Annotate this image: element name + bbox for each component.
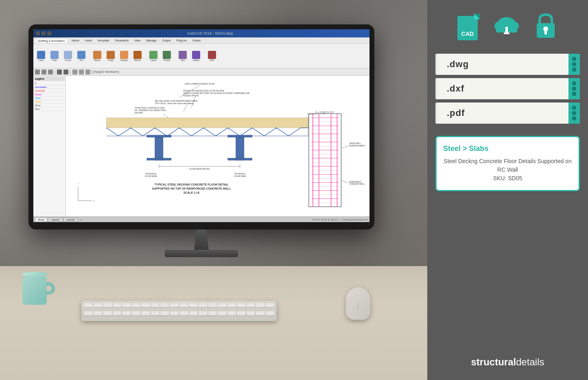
tab-add[interactable]: + bbox=[79, 218, 83, 221]
svg-rect-19 bbox=[236, 136, 244, 160]
cad-main-area: Layers 0 Annotation Concrete Rebar Steel… bbox=[33, 76, 369, 216]
brand-light: details bbox=[516, 356, 544, 367]
cad-file-icon: CAD bbox=[457, 14, 480, 40]
svg-text:150 X 150 20 - 20mm clear abov: 150 X 150 20 - 20mm clear above steel de… bbox=[155, 103, 194, 105]
command-text: Command: bbox=[35, 224, 49, 225]
dxf-label: .dxf bbox=[439, 83, 568, 94]
monitor: AutoCAD 2019 - 50010.dwg Drafting & Anno… bbox=[28, 24, 374, 257]
dwg-format-button[interactable]: .dwg bbox=[435, 54, 580, 75]
auto-save-text: Automatic save to C:\Users\User\AppData\… bbox=[53, 225, 159, 225]
svg-text:REINFORCED: REINFORCED bbox=[349, 181, 361, 183]
cad-file-icon-group: CAD bbox=[457, 14, 480, 40]
svg-text:SCALE 1:10: SCALE 1:10 bbox=[184, 191, 200, 194]
ribbon-tab-home[interactable]: Home bbox=[70, 38, 81, 43]
format-list: .dwg .dxf .pdf bbox=[435, 54, 580, 124]
left-panel: AutoCAD 2019 - 50010.dwg Drafting & Anno… bbox=[0, 0, 427, 380]
tab-model[interactable]: Model bbox=[35, 218, 47, 222]
ribbon-tab-output[interactable]: Output bbox=[161, 38, 173, 43]
win-minimize bbox=[36, 31, 40, 35]
cad-window-title: AutoCAD 2019 - 50010.dwg bbox=[53, 31, 367, 35]
tab-layout1[interactable]: Layout1 bbox=[48, 218, 62, 222]
layers-header: Layers bbox=[34, 76, 65, 81]
svg-text:HK: THICKNESS From ABOVE STEEL: HK: THICKNESS From ABOVE STEEL bbox=[135, 109, 166, 111]
svg-rect-14 bbox=[106, 118, 308, 128]
cad-scale: Drafting & Precision ▼ bbox=[343, 218, 368, 221]
monitor-screen: AutoCAD 2019 - 50010.dwg Drafting & Anno… bbox=[33, 29, 369, 225]
svg-text:BRC ANTI-CRACK SLAB REINFORCEM: BRC ANTI-CRACK SLAB REINFORCEMENT MESH bbox=[155, 100, 198, 102]
svg-text:CONCRETE WALL: CONCRETE WALL bbox=[349, 183, 365, 185]
info-desc-text: Steel Deckng Concrete Floor Details Supp… bbox=[444, 158, 571, 173]
cad-file-body: CAD bbox=[457, 16, 478, 40]
ribbon-tab-annotate[interactable]: Annotate bbox=[96, 38, 111, 43]
ribbon-tab-parametric[interactable]: Parametric bbox=[113, 38, 130, 43]
binder-ring bbox=[572, 116, 576, 120]
svg-text:TYPICAL STEEL DECKING CONCRETE: TYPICAL STEEL DECKING CONCRETE FLOOR DET… bbox=[155, 183, 229, 186]
svg-text:PROFILE & SIDING BOTTOMS CALCU: PROFILE & SIDING BOTTOMS CALCULATING & S… bbox=[183, 92, 250, 94]
cad-layers-panel: Layers 0 Annotation Concrete Rebar Steel… bbox=[33, 76, 66, 216]
svg-text:STRUCTURAL CONCRETE FLOOR: STRUCTURAL CONCRETE FLOOR bbox=[135, 107, 165, 109]
right-panel: CAD bbox=[427, 0, 588, 380]
mug-top bbox=[22, 272, 48, 276]
coffee-mug bbox=[22, 272, 51, 305]
layer-item: Rebar bbox=[34, 93, 65, 96]
monitor-bezel: AutoCAD 2019 - 50010.dwg Drafting & Anno… bbox=[28, 24, 374, 229]
layer-item: Steel bbox=[34, 96, 65, 100]
monitor-base bbox=[165, 250, 238, 257]
pdf-label: .pdf bbox=[439, 108, 568, 118]
ribbon-tab-plugins[interactable]: Plug-ins bbox=[175, 38, 188, 43]
win-close bbox=[47, 31, 51, 35]
brand-footer: structuraldetails bbox=[471, 356, 544, 368]
svg-rect-17 bbox=[147, 135, 171, 137]
dxf-format-button[interactable]: .dxf bbox=[435, 78, 580, 99]
svg-text:SUPPORTED ON TOP OF REINFORCED: SUPPORTED ON TOP OF REINFORCED CONCRETE … bbox=[152, 187, 231, 190]
binder-ring bbox=[572, 62, 576, 66]
ribbon-tab-active[interactable]: Drafting & Annotation bbox=[35, 38, 68, 43]
ribbon-tab-manage[interactable]: Manage bbox=[144, 38, 158, 43]
cad-icon-label: CAD bbox=[461, 31, 474, 37]
cad-drawing-area: LOW CARBON SHEAR STUD PROFILE ON HANGER … bbox=[66, 76, 369, 216]
win-maximize bbox=[42, 31, 46, 35]
svg-text:SHEAR WALL: SHEAR WALL bbox=[349, 142, 361, 144]
layer-item: 0 bbox=[34, 82, 65, 85]
layer-item: Annotation bbox=[34, 85, 65, 89]
svg-text:REINFORCEMENT: REINFORCEMENT bbox=[349, 145, 365, 147]
format-edge bbox=[435, 54, 439, 75]
download-icon bbox=[492, 12, 521, 41]
lock-icon bbox=[533, 13, 558, 41]
ribbon-tab-view[interactable]: View bbox=[133, 38, 142, 43]
icons-row: CAD bbox=[457, 12, 558, 41]
ribbon-tab-online[interactable]: Online bbox=[191, 38, 202, 43]
dxf-binder bbox=[568, 78, 580, 99]
dwg-label: .dwg bbox=[439, 59, 568, 70]
svg-rect-96 bbox=[544, 31, 547, 35]
info-title: Steel > Slabs bbox=[443, 144, 572, 153]
layer-item: Text bbox=[34, 107, 65, 111]
monitor-stand bbox=[189, 229, 214, 250]
svg-rect-18 bbox=[147, 158, 171, 160]
svg-text:FLOOR BEAM: FLOOR BEAM bbox=[145, 175, 157, 177]
svg-rect-16 bbox=[155, 136, 163, 160]
cad-ribbon: Line Poly Circle Arc Move Copy Rotate Mi… bbox=[33, 44, 369, 68]
mug-body bbox=[22, 276, 47, 305]
lock-icon-group bbox=[533, 13, 558, 41]
layer-item: Hatch bbox=[34, 100, 65, 104]
pdf-binder bbox=[568, 103, 580, 124]
svg-text:20mm EXPANSION JOINT: 20mm EXPANSION JOINT bbox=[315, 111, 334, 113]
desk-surface bbox=[0, 266, 427, 380]
ribbon-tab-insert[interactable]: Insert bbox=[83, 38, 94, 43]
layer-item: Dims bbox=[34, 104, 65, 107]
mouse bbox=[346, 287, 370, 320]
info-sku-value: SD05 bbox=[508, 175, 522, 181]
cad-title-bar: AutoCAD 2019 - 50010.dwg bbox=[33, 29, 369, 37]
dwg-binder bbox=[568, 54, 580, 75]
svg-rect-93 bbox=[505, 27, 508, 33]
svg-rect-21 bbox=[228, 158, 252, 160]
cad-status-icons: ⊞ ∥ ∅ ⌂ ◁ bbox=[331, 218, 342, 221]
binder-ring bbox=[572, 81, 576, 85]
pdf-format-button[interactable]: .pdf bbox=[435, 103, 580, 124]
binder-ring bbox=[572, 68, 576, 72]
tab-layout2[interactable]: Layout2 bbox=[63, 218, 78, 222]
svg-text:RE PROFILE: RE PROFILE bbox=[234, 173, 245, 175]
svg-text:FLOOR BEAM: FLOOR BEAM bbox=[234, 175, 246, 177]
cad-layout-tabs: Model Layout1 Layout2 + 175.95, 66.33 ▲ … bbox=[33, 216, 369, 222]
